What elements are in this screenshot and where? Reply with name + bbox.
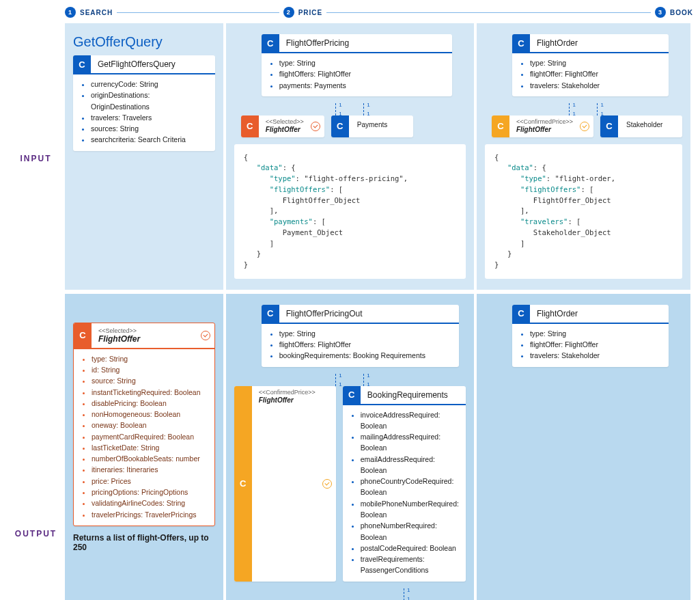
attr-item: sources: String bbox=[91, 123, 208, 134]
attr-item: travelerPricings: TravelerPricings bbox=[92, 509, 208, 520]
section-title: GetOfferQuery bbox=[73, 34, 215, 50]
cell-book-input: CFlightOrder type: StringflightOffer: Fl… bbox=[477, 23, 693, 294]
attr-item: numberOfBookableSeats: number bbox=[92, 453, 208, 464]
check-icon bbox=[311, 122, 320, 131]
attr-item: lastTicketDate: String bbox=[92, 442, 208, 453]
attr-item: phoneNumberRequired: Boolean bbox=[361, 520, 459, 543]
attr-item: paymentCardRequired: Boolean bbox=[92, 431, 208, 442]
attr-item: travelers: Stakeholder bbox=[530, 80, 662, 91]
attr-item: flightOffers: FlightOffer bbox=[279, 339, 452, 350]
code-sample-order: { "data": { "type": "flight-order, "flig… bbox=[485, 144, 682, 279]
connector-icon bbox=[234, 588, 466, 600]
attr-item: flightOffers: FlightOffer bbox=[279, 68, 445, 79]
attr-item: mobilePhoneNumberRequired: Boolean bbox=[361, 498, 459, 521]
cell-book-output: CFlightOrder type: StringflightOffer: Fl… bbox=[477, 294, 693, 600]
attr-item: mailingAddressRequired: Boolean bbox=[361, 431, 459, 454]
attr-item: type: String bbox=[92, 353, 208, 364]
diagram-root: 1SEARCH 2PRICE 3BOOK INPUT GetOfferQuery… bbox=[7, 7, 693, 600]
attr-item: instantTicketingRequired: Boolean bbox=[92, 387, 208, 398]
tag-confirmed-flightoffer: C <<ConfirmedPrice>>FlightOffer bbox=[234, 386, 336, 582]
attr-item: oneway: Boolean bbox=[92, 420, 208, 431]
attr-item: phoneCountryCodeRequired: Boolean bbox=[361, 476, 459, 498]
class-flight-order-in: CFlightOrder type: StringflightOffer: Fl… bbox=[512, 34, 669, 96]
attr-item: travelRequirements: PassengerConditions bbox=[361, 554, 459, 576]
tag-confirmed-flightoffer: C <<ConfirmedPrice>>FlightOffer bbox=[492, 115, 593, 137]
attr-item: type: String bbox=[530, 57, 662, 68]
attr-item: id: String bbox=[92, 364, 208, 375]
check-icon bbox=[580, 122, 589, 131]
class-selected-flightoffer: C <<Selected>>FlightOffer type: Stringid… bbox=[73, 323, 215, 526]
attr-item: type: String bbox=[279, 328, 452, 339]
attr-item: itineraries: Itineraries bbox=[92, 464, 208, 475]
row-label-output: OUTPUT bbox=[7, 294, 65, 600]
attr-item: validatingAirlineCodes: String bbox=[92, 497, 208, 508]
attr-item: postalCodeRequired: Boolean bbox=[361, 543, 459, 554]
row-label-input: INPUT bbox=[7, 23, 65, 294]
attr-item: travelers: Travelers bbox=[91, 112, 208, 123]
cell-price-output: CFlightOfferPricingOut type: Stringfligh… bbox=[226, 294, 477, 600]
attr-item: bookingRequirements: Booking Requirement… bbox=[279, 350, 452, 361]
attr-item: searchcriteria: Search Criteria bbox=[91, 134, 208, 145]
connector-icon bbox=[234, 374, 466, 386]
check-icon bbox=[322, 479, 332, 489]
attr-item: flightOffer: FlightOffer bbox=[530, 339, 662, 350]
attr-item: pricingOptions: PricingOptions bbox=[92, 487, 208, 497]
attr-item: originDestinations: OriginDestinations bbox=[91, 90, 208, 112]
cell-search-input: GetOfferQuery CGetFlightOffersQuery curr… bbox=[65, 23, 226, 294]
tag-payments: CPayments bbox=[331, 115, 413, 137]
attr-item: currencyCode: String bbox=[91, 79, 208, 90]
attr-item: invoiceAddressRequired: Boolean bbox=[361, 409, 459, 432]
check-icon bbox=[201, 331, 210, 340]
class-flight-order-out: CFlightOrder type: StringflightOffer: Fl… bbox=[512, 305, 669, 367]
step-book: 3BOOK bbox=[655, 7, 693, 18]
output-note: Returns a list of flight-Offers, up to 2… bbox=[73, 533, 215, 552]
attr-item: price: Prices bbox=[92, 476, 208, 487]
tag-stakeholder: CStakeholder bbox=[600, 115, 682, 137]
attr-item: travelers: Stakeholder bbox=[530, 350, 662, 361]
attr-item: disablePricing: Boolean bbox=[92, 398, 208, 409]
attr-item: type: String bbox=[279, 57, 445, 68]
class-booking-requirements: CBookingRequirements invoiceAddressRequi… bbox=[343, 386, 466, 582]
class-get-flight-offers-query: CGetFlightOffersQuery currencyCode: Stri… bbox=[73, 55, 215, 151]
cell-search-output: C <<Selected>>FlightOffer type: Stringid… bbox=[65, 294, 226, 600]
class-flight-offer-pricing: CFlightOfferPricing type: StringflightOf… bbox=[262, 34, 452, 96]
attr-item: source: String bbox=[92, 375, 208, 386]
attr-item: flightOffer: FlightOffer bbox=[530, 68, 662, 79]
tag-selected-flightoffer: C <<Selected>>FlightOffer bbox=[241, 115, 324, 137]
class-flight-offer-pricing-out: CFlightOfferPricingOut type: Stringfligh… bbox=[262, 305, 459, 367]
step-search: 1SEARCH bbox=[65, 7, 113, 18]
attr-item: emailAddressRequired: Boolean bbox=[361, 454, 459, 476]
connector-icon bbox=[234, 103, 466, 115]
code-sample-pricing: { "data": { "type": "flight-offers-prici… bbox=[234, 144, 466, 279]
attr-item: nonHomogeneous: Boolean bbox=[92, 409, 208, 420]
step-price: 2PRICE bbox=[283, 7, 323, 18]
attr-item: payments: Payments bbox=[279, 80, 445, 91]
stepper: 1SEARCH 2PRICE 3BOOK bbox=[65, 7, 693, 18]
connector-icon bbox=[485, 103, 682, 115]
attr-item: type: String bbox=[530, 328, 662, 339]
cell-price-input: CFlightOfferPricing type: StringflightOf… bbox=[226, 23, 477, 294]
